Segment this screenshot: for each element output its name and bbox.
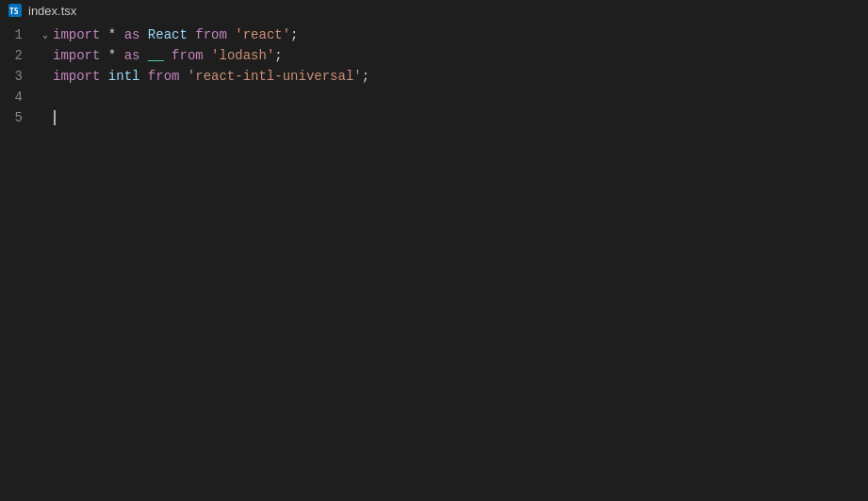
code-line: 5 [0,107,868,128]
token-kw-from: from [195,27,227,42]
token-plain [100,48,107,63]
editor-container: 1⌄import * as React from 'react';2import… [0,21,868,501]
line-number: 4 [0,89,38,105]
token-kw-from: from [148,69,180,84]
line-number: 1 [0,27,38,42]
line-content: import intl from 'react-intl-universal'; [53,66,868,87]
code-line: 2import * as __ from 'lodash'; [0,45,868,66]
token-plain [139,27,147,42]
line-content: import * as React from 'react'; [53,24,868,45]
code-line: 3import intl from 'react-intl-universal'… [0,66,868,87]
token-star: * [108,48,116,63]
token-plain [116,27,123,42]
code-line: 4 [0,87,868,107]
file-name: index.tsx [28,4,76,18]
line-number: 2 [0,48,38,63]
token-plain [139,48,147,63]
token-kw-as: as [124,27,140,42]
token-plain [204,48,211,63]
token-kw-import: import [53,48,100,63]
token-kw-import: import [53,27,100,42]
token-plain [100,69,107,84]
token-plain [164,48,172,63]
token-punctuation: ; [362,69,369,84]
fold-arrow[interactable]: ⌄ [42,29,48,40]
token-plain [100,27,107,42]
line-number: 3 [0,69,38,84]
line-number: 5 [0,110,38,125]
token-string-react: 'react' [235,27,290,42]
token-star: * [108,27,116,42]
line-content [53,107,868,128]
token-punctuation: ; [274,48,282,63]
token-kw-as: as [124,48,140,63]
token-identifier-react: React [148,27,188,42]
line-content: import * as __ from 'lodash'; [53,45,868,66]
title-bar: TS index.tsx [0,0,868,21]
token-punctuation: ; [290,27,298,42]
token-string-intl: 'react-intl-universal' [188,69,362,84]
code-line: 1⌄import * as React from 'react'; [0,24,868,45]
text-cursor [54,110,56,125]
token-string-lodash: 'lodash' [211,48,274,63]
token-kw-import: import [53,69,100,84]
token-plain [179,69,187,84]
code-area[interactable]: 1⌄import * as React from 'react';2import… [0,21,868,501]
token-plain [116,48,123,63]
token-kw-from: from [172,48,204,63]
fold-indicator[interactable]: ⌄ [38,29,53,40]
token-plain [139,69,147,84]
token-identifier-intl: intl [108,69,140,84]
svg-text:TS: TS [9,8,19,16]
tsx-file-icon: TS [8,3,23,18]
token-dot-underscore: __ [148,48,164,63]
